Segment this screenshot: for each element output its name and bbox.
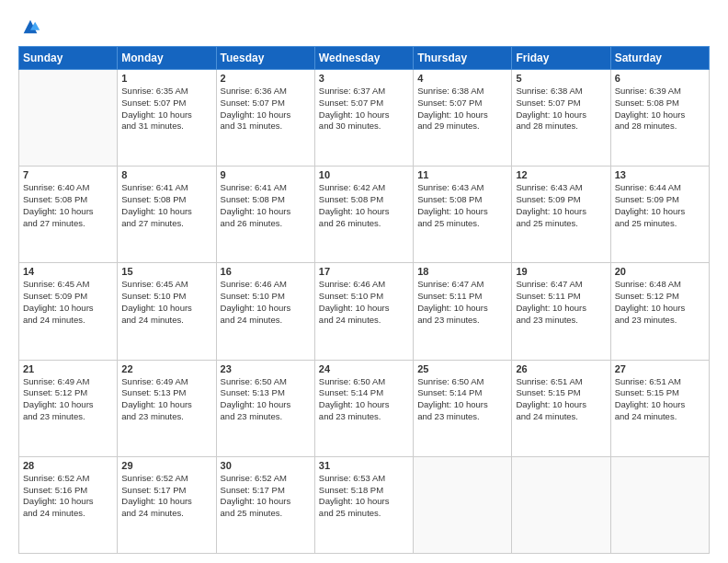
day-info: Sunrise: 6:45 AM Sunset: 5:09 PM Dayligh…	[23, 279, 113, 326]
day-number: 30	[221, 460, 311, 471]
day-info: Sunrise: 6:39 AM Sunset: 5:08 PM Dayligh…	[615, 86, 705, 132]
day-info: Sunrise: 6:53 AM Sunset: 5:18 PM Dayligh…	[319, 473, 409, 520]
day-number: 26	[516, 363, 606, 374]
day-info: Sunrise: 6:51 AM Sunset: 5:15 PM Dayligh…	[615, 376, 705, 423]
day-info: Sunrise: 6:42 AM Sunset: 5:08 PM Dayligh…	[319, 182, 409, 229]
day-number: 11	[417, 169, 507, 180]
day-info: Sunrise: 6:37 AM Sunset: 5:07 PM Dayligh…	[319, 86, 409, 132]
day-info: Sunrise: 6:38 AM Sunset: 5:07 PM Dayligh…	[516, 86, 606, 132]
day-number: 19	[516, 266, 606, 277]
day-info: Sunrise: 6:40 AM Sunset: 5:08 PM Dayligh…	[23, 182, 113, 229]
calendar-cell: 13Sunrise: 6:44 AM Sunset: 5:09 PM Dayli…	[610, 167, 709, 263]
calendar-cell: 15Sunrise: 6:45 AM Sunset: 5:10 PM Dayli…	[118, 263, 216, 360]
page: SundayMondayTuesdayWednesdayThursdayFrid…	[0, 0, 728, 563]
day-number: 14	[23, 266, 113, 277]
day-number: 29	[121, 460, 211, 471]
day-number: 4	[417, 73, 507, 84]
logo-icon	[20, 17, 40, 37]
day-number: 18	[417, 266, 507, 277]
day-number: 31	[319, 460, 409, 471]
day-info: Sunrise: 6:50 AM Sunset: 5:14 PM Dayligh…	[417, 376, 507, 423]
weekday-header: Sunday	[19, 47, 118, 70]
day-number: 7	[23, 169, 113, 180]
day-number: 10	[319, 169, 409, 180]
day-info: Sunrise: 6:52 AM Sunset: 5:17 PM Dayligh…	[121, 473, 211, 520]
calendar-cell: 10Sunrise: 6:42 AM Sunset: 5:08 PM Dayli…	[314, 167, 413, 263]
calendar-cell: 17Sunrise: 6:46 AM Sunset: 5:10 PM Dayli…	[314, 263, 413, 360]
day-number: 15	[121, 266, 211, 277]
weekday-header: Friday	[512, 47, 610, 70]
calendar-cell: 12Sunrise: 6:43 AM Sunset: 5:09 PM Dayli…	[512, 167, 610, 263]
calendar-cell: 16Sunrise: 6:46 AM Sunset: 5:10 PM Dayli…	[216, 263, 314, 360]
day-info: Sunrise: 6:41 AM Sunset: 5:08 PM Dayligh…	[221, 182, 311, 229]
day-number: 27	[615, 363, 705, 374]
day-info: Sunrise: 6:49 AM Sunset: 5:13 PM Dayligh…	[121, 376, 211, 423]
calendar-cell: 19Sunrise: 6:47 AM Sunset: 5:11 PM Dayli…	[512, 263, 610, 360]
day-number: 17	[319, 266, 409, 277]
day-info: Sunrise: 6:52 AM Sunset: 5:17 PM Dayligh…	[221, 473, 311, 520]
calendar-cell	[610, 456, 709, 553]
day-number: 20	[615, 266, 705, 277]
calendar-cell: 25Sunrise: 6:50 AM Sunset: 5:14 PM Dayli…	[414, 360, 512, 456]
calendar-cell: 8Sunrise: 6:41 AM Sunset: 5:08 PM Daylig…	[118, 167, 216, 263]
calendar-week-row: 14Sunrise: 6:45 AM Sunset: 5:09 PM Dayli…	[19, 263, 710, 360]
day-info: Sunrise: 6:36 AM Sunset: 5:07 PM Dayligh…	[221, 86, 311, 132]
calendar-cell	[512, 456, 610, 553]
day-info: Sunrise: 6:35 AM Sunset: 5:07 PM Dayligh…	[121, 86, 211, 132]
day-info: Sunrise: 6:50 AM Sunset: 5:13 PM Dayligh…	[221, 376, 311, 423]
day-number: 22	[121, 363, 211, 374]
weekday-header: Tuesday	[216, 47, 314, 70]
day-number: 2	[221, 73, 311, 84]
day-number: 28	[23, 460, 113, 471]
day-info: Sunrise: 6:45 AM Sunset: 5:10 PM Dayligh…	[121, 279, 211, 326]
day-number: 21	[23, 363, 113, 374]
calendar-cell: 30Sunrise: 6:52 AM Sunset: 5:17 PM Dayli…	[216, 456, 314, 553]
calendar-cell: 5Sunrise: 6:38 AM Sunset: 5:07 PM Daylig…	[512, 70, 610, 167]
day-info: Sunrise: 6:38 AM Sunset: 5:07 PM Dayligh…	[417, 86, 507, 132]
calendar-cell: 28Sunrise: 6:52 AM Sunset: 5:16 PM Dayli…	[19, 456, 118, 553]
day-info: Sunrise: 6:49 AM Sunset: 5:12 PM Dayligh…	[23, 376, 113, 423]
calendar-week-row: 28Sunrise: 6:52 AM Sunset: 5:16 PM Dayli…	[19, 456, 710, 553]
day-info: Sunrise: 6:46 AM Sunset: 5:10 PM Dayligh…	[221, 279, 311, 326]
calendar-cell: 3Sunrise: 6:37 AM Sunset: 5:07 PM Daylig…	[314, 70, 413, 167]
weekday-header: Wednesday	[314, 47, 413, 70]
header	[18, 17, 710, 37]
logo	[18, 17, 40, 37]
day-number: 6	[615, 73, 705, 84]
calendar-cell: 9Sunrise: 6:41 AM Sunset: 5:08 PM Daylig…	[216, 167, 314, 263]
day-info: Sunrise: 6:51 AM Sunset: 5:15 PM Dayligh…	[516, 376, 606, 423]
weekday-header: Thursday	[414, 47, 512, 70]
day-number: 9	[221, 169, 311, 180]
weekday-header-row: SundayMondayTuesdayWednesdayThursdayFrid…	[19, 47, 710, 70]
calendar-cell: 6Sunrise: 6:39 AM Sunset: 5:08 PM Daylig…	[610, 70, 709, 167]
weekday-header: Saturday	[610, 47, 709, 70]
calendar-cell: 1Sunrise: 6:35 AM Sunset: 5:07 PM Daylig…	[118, 70, 216, 167]
weekday-header: Monday	[118, 47, 216, 70]
day-info: Sunrise: 6:43 AM Sunset: 5:09 PM Dayligh…	[516, 182, 606, 229]
day-info: Sunrise: 6:52 AM Sunset: 5:16 PM Dayligh…	[23, 473, 113, 520]
calendar-table: SundayMondayTuesdayWednesdayThursdayFrid…	[18, 46, 710, 554]
calendar-cell: 21Sunrise: 6:49 AM Sunset: 5:12 PM Dayli…	[19, 360, 118, 456]
day-info: Sunrise: 6:44 AM Sunset: 5:09 PM Dayligh…	[615, 182, 705, 229]
calendar-cell: 11Sunrise: 6:43 AM Sunset: 5:08 PM Dayli…	[414, 167, 512, 263]
calendar-cell: 27Sunrise: 6:51 AM Sunset: 5:15 PM Dayli…	[610, 360, 709, 456]
calendar-week-row: 1Sunrise: 6:35 AM Sunset: 5:07 PM Daylig…	[19, 70, 710, 167]
day-number: 3	[319, 73, 409, 84]
calendar-cell	[414, 456, 512, 553]
calendar-cell: 14Sunrise: 6:45 AM Sunset: 5:09 PM Dayli…	[19, 263, 118, 360]
day-number: 5	[516, 73, 606, 84]
calendar-cell: 2Sunrise: 6:36 AM Sunset: 5:07 PM Daylig…	[216, 70, 314, 167]
calendar-week-row: 21Sunrise: 6:49 AM Sunset: 5:12 PM Dayli…	[19, 360, 710, 456]
calendar-cell: 29Sunrise: 6:52 AM Sunset: 5:17 PM Dayli…	[118, 456, 216, 553]
calendar-cell: 31Sunrise: 6:53 AM Sunset: 5:18 PM Dayli…	[314, 456, 413, 553]
day-info: Sunrise: 6:48 AM Sunset: 5:12 PM Dayligh…	[615, 279, 705, 326]
day-number: 24	[319, 363, 409, 374]
day-info: Sunrise: 6:46 AM Sunset: 5:10 PM Dayligh…	[319, 279, 409, 326]
calendar-cell: 4Sunrise: 6:38 AM Sunset: 5:07 PM Daylig…	[414, 70, 512, 167]
day-info: Sunrise: 6:47 AM Sunset: 5:11 PM Dayligh…	[417, 279, 507, 326]
day-number: 16	[221, 266, 311, 277]
calendar-cell: 23Sunrise: 6:50 AM Sunset: 5:13 PM Dayli…	[216, 360, 314, 456]
day-number: 12	[516, 169, 606, 180]
calendar-cell: 18Sunrise: 6:47 AM Sunset: 5:11 PM Dayli…	[414, 263, 512, 360]
day-info: Sunrise: 6:43 AM Sunset: 5:08 PM Dayligh…	[417, 182, 507, 229]
